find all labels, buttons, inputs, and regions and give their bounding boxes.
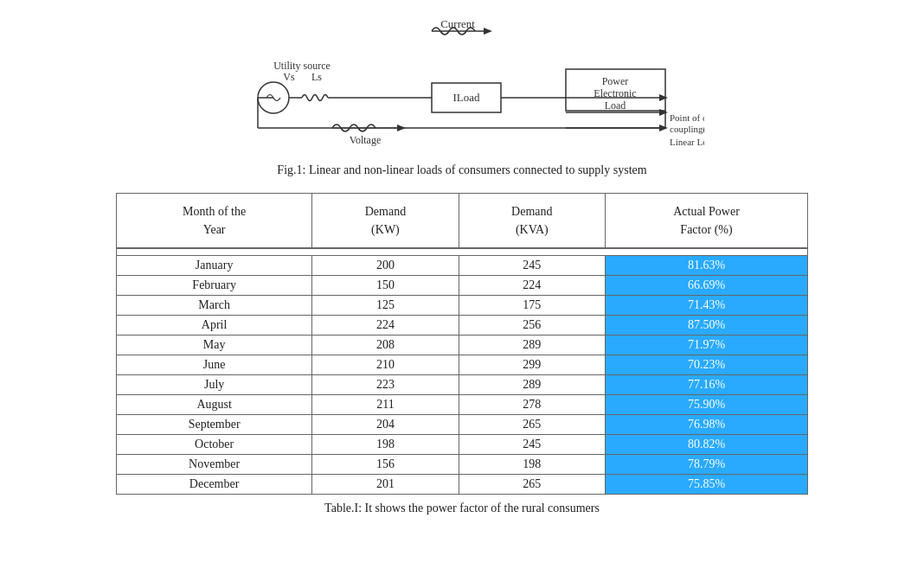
cell-kva: 289 — [459, 335, 605, 355]
table-row: October19824580.82% — [117, 434, 808, 454]
cell-month: July — [117, 374, 312, 394]
table-row: April22425687.50% — [117, 315, 808, 335]
table-row: March12517571.43% — [117, 295, 808, 315]
circuit-svg: Current Utility source Vs Ls ILoad Power… — [220, 16, 704, 158]
fig-caption-text: Fig.1: Linear and non-linear loads of co… — [277, 163, 646, 176]
cell-month: December — [117, 474, 312, 494]
cell-month: May — [117, 335, 312, 355]
cell-month: April — [117, 315, 312, 335]
cell-kva: 245 — [459, 255, 605, 275]
cell-kva: 265 — [459, 414, 605, 434]
spacer-cell — [117, 248, 808, 255]
table-caption-text: Table.I: It shows the power factor of th… — [324, 502, 600, 514]
cell-month: January — [117, 255, 312, 275]
cell-kva: 256 — [459, 315, 605, 335]
table-caption: Table.I: It shows the power factor of th… — [17, 502, 907, 515]
cell-kw: 224 — [312, 315, 459, 335]
cell-pf: 77.16% — [606, 374, 808, 394]
svg-marker-2 — [484, 28, 492, 35]
cell-kva: 278 — [459, 394, 605, 414]
table-header-row: Month of theYear Demand(KW) Demand(KVA) … — [117, 194, 808, 249]
cell-kw: 201 — [312, 474, 459, 494]
svg-text:Point of common: Point of common — [670, 112, 704, 123]
svg-text:coupling(PCC): coupling(PCC) — [670, 124, 704, 135]
cell-pf: 70.23% — [606, 355, 808, 374]
cell-kw: 210 — [312, 355, 459, 374]
cell-kva: 289 — [459, 374, 605, 394]
cell-kw: 211 — [312, 394, 459, 414]
cell-kva: 224 — [459, 275, 605, 295]
cell-kw: 204 — [312, 414, 459, 434]
table-row: November15619878.79% — [117, 454, 808, 474]
table-row: September20426576.98% — [117, 414, 808, 434]
cell-kw: 156 — [312, 454, 459, 474]
cell-month: September — [117, 414, 312, 434]
cell-pf: 75.85% — [606, 474, 808, 494]
svg-text:Ls: Ls — [311, 71, 322, 83]
cell-month: August — [117, 394, 312, 414]
cell-month: November — [117, 454, 312, 474]
table-row: December20126575.85% — [117, 474, 808, 494]
cell-pf: 75.90% — [606, 394, 808, 414]
table-row: February15022466.69% — [117, 275, 808, 295]
svg-text:Power: Power — [602, 75, 629, 87]
col-header-kw: Demand(KW) — [312, 194, 459, 249]
cell-pf: 71.97% — [606, 335, 808, 355]
cell-kw: 200 — [312, 255, 459, 275]
cell-month: October — [117, 434, 312, 454]
table-row: August21127875.90% — [117, 394, 808, 414]
power-factor-table: Month of theYear Demand(KW) Demand(KVA) … — [116, 193, 808, 495]
table-row: May20828971.97% — [117, 335, 808, 355]
table-body: January20024581.63%February15022466.69%M… — [117, 255, 808, 494]
cell-kva: 299 — [459, 355, 605, 374]
svg-text:ILoad: ILoad — [452, 91, 480, 104]
cell-pf: 71.43% — [606, 295, 808, 315]
cell-pf: 78.79% — [606, 454, 808, 474]
figure-caption: Fig.1: Linear and non-linear loads of co… — [17, 163, 907, 177]
cell-pf: 66.69% — [606, 275, 808, 295]
svg-marker-27 — [659, 125, 668, 131]
cell-kw: 208 — [312, 335, 459, 355]
cell-month: February — [117, 275, 312, 295]
col-header-kva: Demand(KVA) — [459, 194, 605, 249]
cell-pf: 87.50% — [606, 315, 808, 335]
cell-month: March — [117, 295, 312, 315]
svg-marker-21 — [397, 125, 406, 131]
svg-text:Linear Load: Linear Load — [670, 137, 704, 147]
cell-pf: 80.82% — [606, 434, 808, 454]
spacer-row — [117, 248, 808, 255]
cell-kva: 245 — [459, 434, 605, 454]
svg-text:Load: Load — [605, 99, 626, 112]
table-row: July22328977.16% — [117, 374, 808, 394]
svg-text:Voltage: Voltage — [350, 134, 381, 146]
cell-kw: 125 — [312, 295, 459, 315]
table-row: June21029970.23% — [117, 355, 808, 374]
cell-month: June — [117, 355, 312, 374]
svg-text:Utility source: Utility source — [273, 60, 330, 72]
cell-pf: 81.63% — [606, 255, 808, 275]
cell-pf: 76.98% — [606, 414, 808, 434]
col-header-pf: Actual PowerFactor (%) — [606, 194, 808, 249]
cell-kva: 175 — [459, 295, 605, 315]
cell-kw: 223 — [312, 374, 459, 394]
data-table-wrapper: Month of theYear Demand(KW) Demand(KVA) … — [17, 193, 907, 495]
circuit-diagram: Current Utility source Vs Ls ILoad Power… — [17, 16, 907, 158]
cell-kw: 150 — [312, 275, 459, 295]
cell-kva: 265 — [459, 474, 605, 494]
cell-kva: 198 — [459, 454, 605, 474]
table-row: January20024581.63% — [117, 255, 808, 275]
col-header-month: Month of theYear — [117, 194, 312, 249]
svg-text:Vs: Vs — [283, 71, 295, 83]
cell-kw: 198 — [312, 434, 459, 454]
